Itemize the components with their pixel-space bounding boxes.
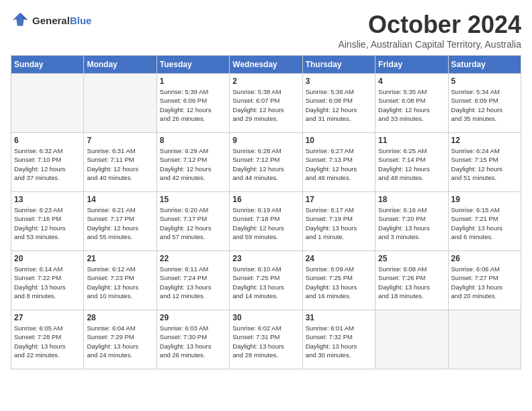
calendar-cell [448,310,521,369]
day-detail: Sunrise: 6:15 AM Sunset: 7:21 PM Dayligh… [451,205,518,241]
day-number: 9 [232,136,299,145]
day-detail: Sunrise: 5:35 AM Sunset: 6:08 PM Dayligh… [378,87,445,123]
calendar-table: SundayMondayTuesdayWednesdayThursdayFrid… [11,55,521,369]
day-header-sunday: Sunday [11,56,84,74]
day-detail: Sunrise: 6:20 AM Sunset: 7:17 PM Dayligh… [160,205,226,241]
calendar-cell: 30Sunrise: 6:02 AM Sunset: 7:31 PM Dayli… [230,310,302,369]
day-number: 7 [87,136,153,145]
day-number: 5 [451,77,518,86]
day-number: 30 [232,313,299,322]
day-detail: Sunrise: 5:39 AM Sunset: 6:06 PM Dayligh… [160,87,226,123]
calendar-cell: 8Sunrise: 6:29 AM Sunset: 7:12 PM Daylig… [157,133,229,192]
calendar-cell: 12Sunrise: 6:24 AM Sunset: 7:15 PM Dayli… [448,133,521,192]
day-number: 14 [87,195,153,204]
calendar-cell: 28Sunrise: 6:04 AM Sunset: 7:29 PM Dayli… [84,310,157,369]
day-detail: Sunrise: 6:01 AM Sunset: 7:32 PM Dayligh… [306,324,372,359]
day-number: 21 [87,254,153,263]
day-number: 1 [160,77,226,86]
day-detail: Sunrise: 6:24 AM Sunset: 7:15 PM Dayligh… [451,146,518,182]
day-detail: Sunrise: 5:34 AM Sunset: 6:09 PM Dayligh… [451,87,518,123]
day-number: 29 [160,313,226,322]
day-header-friday: Friday [375,56,448,74]
calendar-cell: 16Sunrise: 6:19 AM Sunset: 7:18 PM Dayli… [230,192,302,251]
day-number: 26 [451,254,518,263]
day-detail: Sunrise: 6:27 AM Sunset: 7:13 PM Dayligh… [306,146,372,182]
day-detail: Sunrise: 6:19 AM Sunset: 7:18 PM Dayligh… [232,205,299,241]
calendar-cell: 1Sunrise: 5:39 AM Sunset: 6:06 PM Daylig… [157,74,229,133]
calendar-week-2: 6Sunrise: 6:32 AM Sunset: 7:10 PM Daylig… [11,133,521,192]
day-detail: Sunrise: 6:14 AM Sunset: 7:22 PM Dayligh… [14,265,81,300]
day-number: 2 [232,77,299,86]
calendar-cell: 23Sunrise: 6:10 AM Sunset: 7:25 PM Dayli… [230,251,302,310]
day-number: 16 [232,195,299,204]
day-number: 20 [14,254,81,263]
month-title: October 2024 [338,11,521,39]
calendar-cell: 9Sunrise: 6:28 AM Sunset: 7:12 PM Daylig… [230,133,302,192]
day-number: 8 [160,136,226,145]
day-number: 3 [306,77,372,86]
calendar-header: SundayMondayTuesdayWednesdayThursdayFrid… [11,56,521,74]
day-number: 23 [232,254,299,263]
calendar-week-4: 20Sunrise: 6:14 AM Sunset: 7:22 PM Dayli… [11,251,521,310]
day-detail: Sunrise: 6:02 AM Sunset: 7:31 PM Dayligh… [232,324,299,359]
day-number: 25 [378,254,445,263]
day-detail: Sunrise: 6:11 AM Sunset: 7:24 PM Dayligh… [160,265,226,300]
calendar-cell: 18Sunrise: 6:16 AM Sunset: 7:20 PM Dayli… [375,192,448,251]
calendar-cell: 4Sunrise: 5:35 AM Sunset: 6:08 PM Daylig… [375,74,448,133]
calendar-cell: 31Sunrise: 6:01 AM Sunset: 7:32 PM Dayli… [302,310,375,369]
day-detail: Sunrise: 6:17 AM Sunset: 7:19 PM Dayligh… [306,205,372,241]
day-number: 12 [451,136,518,145]
calendar-cell: 24Sunrise: 6:09 AM Sunset: 7:25 PM Dayli… [302,251,375,310]
calendar-cell [11,74,84,133]
day-detail: Sunrise: 6:09 AM Sunset: 7:25 PM Dayligh… [306,265,372,300]
calendar-cell: 19Sunrise: 6:15 AM Sunset: 7:21 PM Dayli… [448,192,521,251]
day-number: 31 [306,313,372,322]
calendar-cell: 10Sunrise: 6:27 AM Sunset: 7:13 PM Dayli… [302,133,375,192]
day-detail: Sunrise: 6:31 AM Sunset: 7:11 PM Dayligh… [87,146,153,182]
calendar-week-3: 13Sunrise: 6:23 AM Sunset: 7:16 PM Dayli… [11,192,521,251]
day-number: 22 [160,254,226,263]
day-detail: Sunrise: 6:05 AM Sunset: 7:28 PM Dayligh… [14,324,81,359]
day-number: 13 [14,195,81,204]
calendar-cell: 3Sunrise: 5:36 AM Sunset: 6:08 PM Daylig… [302,74,375,133]
calendar-cell: 26Sunrise: 6:06 AM Sunset: 7:27 PM Dayli… [448,251,521,310]
day-header-thursday: Thursday [302,56,375,74]
logo: GeneralBlue [11,11,91,30]
day-number: 19 [451,195,518,204]
day-detail: Sunrise: 6:12 AM Sunset: 7:23 PM Dayligh… [87,265,153,300]
calendar-cell: 17Sunrise: 6:17 AM Sunset: 7:19 PM Dayli… [302,192,375,251]
calendar-cell: 2Sunrise: 5:38 AM Sunset: 6:07 PM Daylig… [230,74,302,133]
page-header: GeneralBlue October 2024 Ainslie, Austra… [11,11,521,50]
calendar-cell: 7Sunrise: 6:31 AM Sunset: 7:11 PM Daylig… [84,133,157,192]
day-detail: Sunrise: 6:23 AM Sunset: 7:16 PM Dayligh… [14,205,81,241]
calendar-cell: 22Sunrise: 6:11 AM Sunset: 7:24 PM Dayli… [157,251,229,310]
calendar-cell: 5Sunrise: 5:34 AM Sunset: 6:09 PM Daylig… [448,74,521,133]
day-detail: Sunrise: 6:03 AM Sunset: 7:30 PM Dayligh… [160,324,226,359]
calendar-cell: 20Sunrise: 6:14 AM Sunset: 7:22 PM Dayli… [11,251,84,310]
day-number: 15 [160,195,226,204]
day-detail: Sunrise: 5:38 AM Sunset: 6:07 PM Dayligh… [232,87,299,123]
calendar-cell: 29Sunrise: 6:03 AM Sunset: 7:30 PM Dayli… [157,310,229,369]
logo-icon [11,11,30,30]
day-number: 24 [306,254,372,263]
calendar-cell: 6Sunrise: 6:32 AM Sunset: 7:10 PM Daylig… [11,133,84,192]
day-header-saturday: Saturday [448,56,521,74]
calendar-cell [375,310,448,369]
day-detail: Sunrise: 6:06 AM Sunset: 7:27 PM Dayligh… [451,265,518,300]
calendar-cell: 21Sunrise: 6:12 AM Sunset: 7:23 PM Dayli… [84,251,157,310]
day-number: 18 [378,195,445,204]
day-number: 27 [14,313,81,322]
day-number: 10 [306,136,372,145]
day-detail: Sunrise: 6:04 AM Sunset: 7:29 PM Dayligh… [87,324,153,359]
day-detail: Sunrise: 6:25 AM Sunset: 7:14 PM Dayligh… [378,146,445,182]
logo-text: GeneralBlue [32,15,91,26]
calendar-cell: 15Sunrise: 6:20 AM Sunset: 7:17 PM Dayli… [157,192,229,251]
day-detail: Sunrise: 6:21 AM Sunset: 7:17 PM Dayligh… [87,205,153,241]
day-detail: Sunrise: 6:08 AM Sunset: 7:26 PM Dayligh… [378,265,445,300]
calendar-body: 1Sunrise: 5:39 AM Sunset: 6:06 PM Daylig… [11,74,521,369]
day-number: 28 [87,313,153,322]
calendar-cell [84,74,157,133]
calendar-cell: 11Sunrise: 6:25 AM Sunset: 7:14 PM Dayli… [375,133,448,192]
day-detail: Sunrise: 6:10 AM Sunset: 7:25 PM Dayligh… [232,265,299,300]
day-number: 6 [14,136,81,145]
